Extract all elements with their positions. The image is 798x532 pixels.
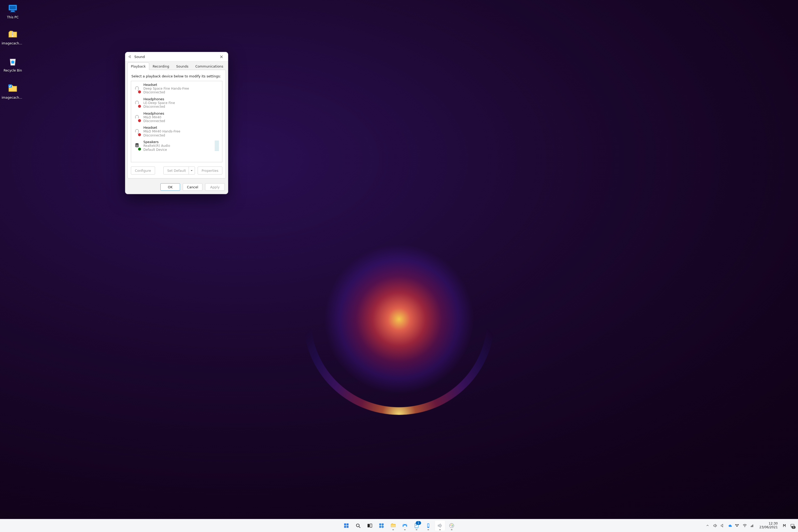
running-indicator <box>404 529 406 530</box>
svg-rect-23 <box>370 524 372 528</box>
tray-network-icon[interactable] <box>750 523 755 528</box>
dialog-titlebar[interactable]: Sound <box>125 52 228 61</box>
taskview-icon <box>367 523 373 529</box>
desktop-icon-label: Recycle Bin <box>3 69 22 72</box>
svg-point-36 <box>452 525 453 526</box>
desktop-icon-label: This PC <box>7 15 19 19</box>
close-button[interactable] <box>216 53 226 60</box>
svg-rect-2 <box>11 11 14 12</box>
disconnected-badge-icon <box>138 104 141 108</box>
svg-point-38 <box>744 527 745 527</box>
clock[interactable]: 12:30 23/06/2021 <box>758 522 779 529</box>
apply-button[interactable]: Apply <box>205 183 225 191</box>
svg-rect-17 <box>344 524 346 525</box>
configure-button[interactable]: Configure <box>131 167 155 174</box>
device-title: Headphones <box>144 111 220 115</box>
panel-actions: Configure Set Default Properties <box>131 167 222 174</box>
sound-icon <box>128 55 132 59</box>
device-status: Default Device <box>144 148 212 152</box>
svg-rect-19 <box>344 526 346 528</box>
paint-icon <box>449 523 455 529</box>
ok-button[interactable]: OK <box>160 183 180 191</box>
wallpaper-glow <box>303 224 495 415</box>
search-icon <box>355 523 361 529</box>
taskbar-sound-cpl[interactable] <box>435 520 445 531</box>
desktop-icon-recycle-bin[interactable]: Recycle Bin <box>2 56 24 72</box>
soundcpl-icon <box>437 523 443 529</box>
cancel-button[interactable]: Cancel <box>183 183 203 191</box>
widgets-icon <box>379 523 384 529</box>
desktop-wallpaper <box>0 0 798 532</box>
taskbar-file-explorer[interactable] <box>388 520 398 531</box>
taskbar-center: 1 <box>341 520 457 531</box>
tray-onedrive-icon[interactable] <box>727 523 732 528</box>
explorer-icon <box>390 523 396 529</box>
speaker-icon <box>133 140 141 151</box>
taskbar-widgets[interactable] <box>376 520 387 531</box>
tab-sounds[interactable]: Sounds <box>173 62 192 70</box>
device-row[interactable]: HeadphonesLE-Deep Space FineDisconnected <box>131 95 222 110</box>
taskbar-your-phone[interactable] <box>423 520 434 531</box>
disconnected-badge-icon <box>138 119 141 122</box>
device-title: Headset <box>144 83 220 87</box>
device-status: Disconnected <box>144 134 220 137</box>
tray-monitor-app-icon[interactable] <box>783 523 787 528</box>
level-meter <box>215 141 219 151</box>
zip-icon <box>7 29 19 40</box>
running-indicator <box>392 529 394 530</box>
svg-point-16 <box>136 145 138 147</box>
properties-button[interactable]: Properties <box>198 167 222 174</box>
desktop-icon-imagecache-zip[interactable]: imagecache... <box>2 29 24 45</box>
svg-rect-22 <box>367 524 369 528</box>
tray-volume-icon[interactable] <box>712 523 717 528</box>
taskbar-search[interactable] <box>353 520 363 531</box>
badge-count: 1 <box>416 521 421 525</box>
tab-communications[interactable]: Communications <box>192 62 227 70</box>
tab-recording[interactable]: Recording <box>149 62 173 70</box>
chevron-down-icon[interactable] <box>189 167 195 174</box>
device-subtitle: Realtek(R) Audio <box>144 144 212 148</box>
desktop-icon-this-pc[interactable]: This PC <box>2 3 24 19</box>
taskbar-right: 12:30 23/06/2021 1 <box>704 522 796 529</box>
tray-dropbox-icon[interactable] <box>735 523 740 528</box>
svg-rect-1 <box>10 6 16 9</box>
taskbar-todo[interactable]: 1 <box>411 520 422 531</box>
desktop-icon-label: imagecache... <box>2 96 24 99</box>
taskbar-task-view[interactable] <box>364 520 375 531</box>
taskbar-mail[interactable] <box>400 520 410 531</box>
disconnected-badge-icon <box>138 90 141 94</box>
set-default-button[interactable]: Set Default <box>163 167 195 174</box>
tab-strip: PlaybackRecordingSoundsCommunications <box>125 61 228 70</box>
device-list[interactable]: HeadsetDeep Space Fine Hands-FreeDisconn… <box>131 81 222 162</box>
device-row[interactable]: HeadsetM&D MH40 Hands-FreeDisconnected <box>131 124 222 138</box>
folder-check-icon <box>7 83 19 95</box>
tray-speaker-tray-icon[interactable] <box>720 523 725 528</box>
mail-icon <box>402 523 408 529</box>
device-row[interactable]: HeadsetDeep Space Fine Hands-FreeDisconn… <box>131 81 222 95</box>
running-indicator <box>416 529 417 530</box>
set-default-label: Set Default <box>167 169 186 173</box>
running-indicator <box>451 529 453 530</box>
taskbar-start[interactable] <box>341 520 352 531</box>
instruction-text: Select a playback device below to modify… <box>131 74 222 78</box>
device-row[interactable]: HeadphonesM&D MH40Disconnected <box>131 110 222 124</box>
device-subtitle: LE-Deep Space Fine <box>144 101 220 105</box>
svg-rect-24 <box>379 524 381 525</box>
tray-overflow-button[interactable] <box>705 523 710 528</box>
device-status: Disconnected <box>144 105 220 109</box>
svg-point-15 <box>136 144 137 145</box>
tray-action-center-icon[interactable]: 1 <box>790 523 795 528</box>
winlogo-icon <box>343 523 349 529</box>
taskbar-paint[interactable] <box>446 520 457 531</box>
svg-rect-25 <box>382 524 384 525</box>
headphones-icon <box>133 111 141 122</box>
svg-rect-8 <box>135 102 136 104</box>
svg-rect-6 <box>135 88 136 90</box>
tray-wifi-icon[interactable] <box>742 523 747 528</box>
svg-rect-7 <box>138 88 139 90</box>
computer-icon <box>7 3 19 14</box>
device-row[interactable]: SpeakersRealtek(R) AudioDefault Device <box>131 138 222 153</box>
tab-playback[interactable]: Playback <box>128 62 149 70</box>
desktop-icon-imagecache-folder[interactable]: imagecache... <box>2 83 24 99</box>
disconnected-badge-icon <box>138 133 141 136</box>
